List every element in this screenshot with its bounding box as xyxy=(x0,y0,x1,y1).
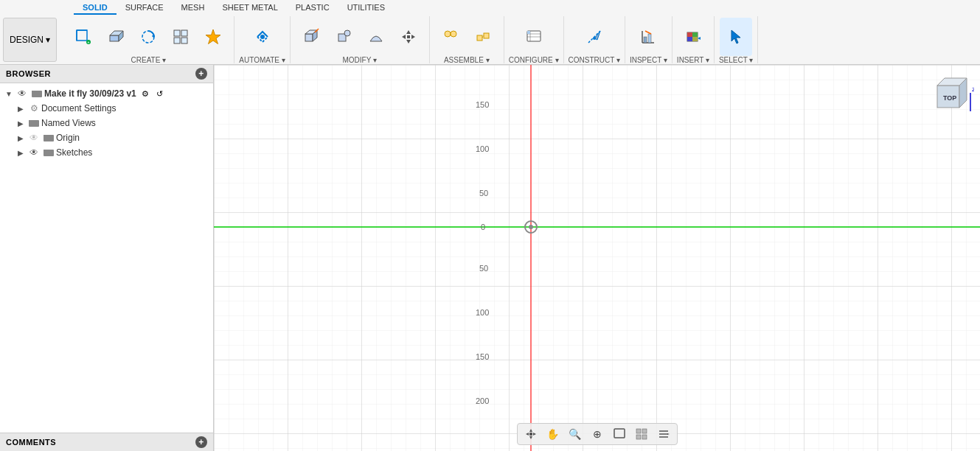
revolve-icon xyxy=(139,28,157,46)
create-label[interactable]: CREATE ▾ xyxy=(131,56,167,64)
modify-label[interactable]: MODIFY ▾ xyxy=(343,56,377,64)
tool-row: DESIGN ▾ + xyxy=(0,15,980,65)
svg-text:50: 50 xyxy=(479,264,488,273)
orientation-cube-svg: TOP Z xyxy=(930,71,974,122)
svg-line-43 xyxy=(645,31,651,34)
svg-rect-0 xyxy=(77,30,87,41)
sketches-arrow[interactable]: ▶ xyxy=(15,147,27,158)
sketches-eye-icon[interactable]: 👁 xyxy=(28,147,40,158)
viewport[interactable]: 150 100 50 0 50 100 150 200 TOP Z xyxy=(214,65,980,451)
configure-group: CONFIGURE ▾ xyxy=(504,16,564,63)
tab-mesh[interactable]: MESH xyxy=(173,1,214,15)
vp-fit-btn[interactable]: ⊕ xyxy=(587,425,608,443)
svg-marker-50 xyxy=(731,30,740,43)
create-special-button[interactable] xyxy=(197,18,229,56)
tree-root-item[interactable]: ▼ 👁 Make it fly 30/09/23 v1 ⚙ ↺ xyxy=(0,86,213,101)
move-button[interactable] xyxy=(392,18,425,56)
modify-btn3[interactable] xyxy=(360,18,392,56)
vp-zoom-btn[interactable]: 🔍 xyxy=(565,425,585,443)
svg-marker-81 xyxy=(526,433,529,436)
tree-item-sketches[interactable]: ▶ 👁 Sketches xyxy=(0,145,213,160)
root-eye-icon[interactable]: 👁 xyxy=(16,88,28,99)
svg-marker-49 xyxy=(698,37,701,40)
tree-item-document-settings[interactable]: ▶ ⚙ Document Settings xyxy=(0,101,213,116)
assemble-label[interactable]: ASSEMBLE ▾ xyxy=(444,56,490,64)
automate-svg xyxy=(254,28,271,46)
svg-rect-42 xyxy=(648,34,651,43)
browser-add-button[interactable]: + xyxy=(195,68,207,80)
configure-btn[interactable] xyxy=(518,18,550,56)
new-sketch-button[interactable]: + xyxy=(67,18,100,56)
design-button[interactable]: DESIGN ▾ xyxy=(3,18,57,62)
modify-btn1[interactable] xyxy=(295,18,327,56)
insert-label[interactable]: INSERT ▾ xyxy=(677,56,709,64)
origin-arrow[interactable]: ▶ xyxy=(15,132,27,144)
main-area: BROWSER + ▼ 👁 Make it fly 30/09/23 v1 ⚙ … xyxy=(0,65,980,451)
named-views-folder-icon xyxy=(28,117,40,129)
vp-display-btn[interactable] xyxy=(609,425,630,443)
inspect-btn[interactable] xyxy=(632,18,664,56)
tab-row: SOLID SURFACE MESH SHEET METAL PLASTIC U… xyxy=(0,0,980,15)
svg-rect-87 xyxy=(636,435,641,439)
svg-rect-12 xyxy=(174,38,180,43)
named-views-arrow[interactable]: ▶ xyxy=(15,117,27,129)
svg-rect-84 xyxy=(614,429,625,438)
construct-icons xyxy=(578,18,611,56)
doc-settings-arrow[interactable]: ▶ xyxy=(15,102,27,114)
automate-label[interactable]: AUTOMATE ▾ xyxy=(239,56,285,64)
tab-utilities[interactable]: UTILITIES xyxy=(338,1,394,15)
vp-move-btn[interactable] xyxy=(521,425,541,443)
orientation-cube[interactable]: TOP Z xyxy=(930,71,974,130)
create-more-button[interactable] xyxy=(164,18,197,56)
revolve-button[interactable] xyxy=(132,18,164,56)
tab-sheet-metal[interactable]: SHEET METAL xyxy=(213,1,286,15)
svg-text:0: 0 xyxy=(481,223,485,231)
svg-rect-86 xyxy=(642,429,647,433)
svg-marker-21 xyxy=(406,30,411,34)
comments-add-button[interactable]: + xyxy=(195,436,207,448)
root-settings-icon[interactable]: ⚙ xyxy=(139,88,151,99)
svg-rect-10 xyxy=(174,30,180,36)
construct-btn[interactable] xyxy=(578,18,611,56)
vp-pan-btn[interactable]: ✋ xyxy=(543,425,563,443)
insert-btn[interactable] xyxy=(677,18,709,56)
svg-text:50: 50 xyxy=(479,189,488,197)
tab-solid[interactable]: SOLID xyxy=(74,1,117,15)
origin-eye-icon[interactable]: 👁 xyxy=(28,132,40,144)
svg-rect-46 xyxy=(692,32,698,37)
vp-grid-btn[interactable] xyxy=(631,425,652,443)
svg-text:TOP: TOP xyxy=(943,94,956,102)
assemble-btn1[interactable] xyxy=(434,18,467,56)
inspect-label[interactable]: INSPECT ▾ xyxy=(630,56,667,64)
svg-rect-11 xyxy=(181,30,187,36)
configure-label[interactable]: CONFIGURE ▾ xyxy=(509,56,559,64)
tab-surface[interactable]: SURFACE xyxy=(117,1,173,15)
svg-marker-92 xyxy=(667,433,670,435)
viewport-toolbar: ✋ 🔍 ⊕ xyxy=(517,423,678,445)
assemble-icons xyxy=(434,18,499,56)
inspect-icon xyxy=(639,28,657,46)
extrude-button[interactable] xyxy=(100,18,132,56)
automate-icon[interactable] xyxy=(246,18,279,56)
modify-group: MODIFY ▾ xyxy=(291,16,430,63)
root-arrow[interactable]: ▼ xyxy=(3,88,15,99)
svg-text:100: 100 xyxy=(476,308,489,317)
svg-marker-80 xyxy=(529,436,532,439)
select-btn[interactable] xyxy=(720,18,752,56)
select-label[interactable]: SELECT ▾ xyxy=(719,56,754,64)
modify-icons xyxy=(295,18,425,56)
svg-marker-22 xyxy=(406,40,411,43)
svg-point-26 xyxy=(445,31,451,37)
svg-marker-14 xyxy=(206,29,220,44)
modify-icon3 xyxy=(367,28,385,46)
svg-rect-60 xyxy=(214,65,980,451)
tab-plastic[interactable]: PLASTIC xyxy=(287,1,338,15)
svg-point-38 xyxy=(593,37,596,40)
tree-item-origin[interactable]: ▶ 👁 Origin xyxy=(0,130,213,145)
vp-menu-btn[interactable] xyxy=(653,425,674,443)
construct-label[interactable]: CONSTRUCT ▾ xyxy=(569,56,620,64)
tree-item-named-views[interactable]: ▶ Named Views xyxy=(0,116,213,130)
assemble-btn2[interactable] xyxy=(467,18,499,56)
root-refresh-icon[interactable]: ↺ xyxy=(154,88,166,99)
modify-btn2[interactable] xyxy=(327,18,360,56)
